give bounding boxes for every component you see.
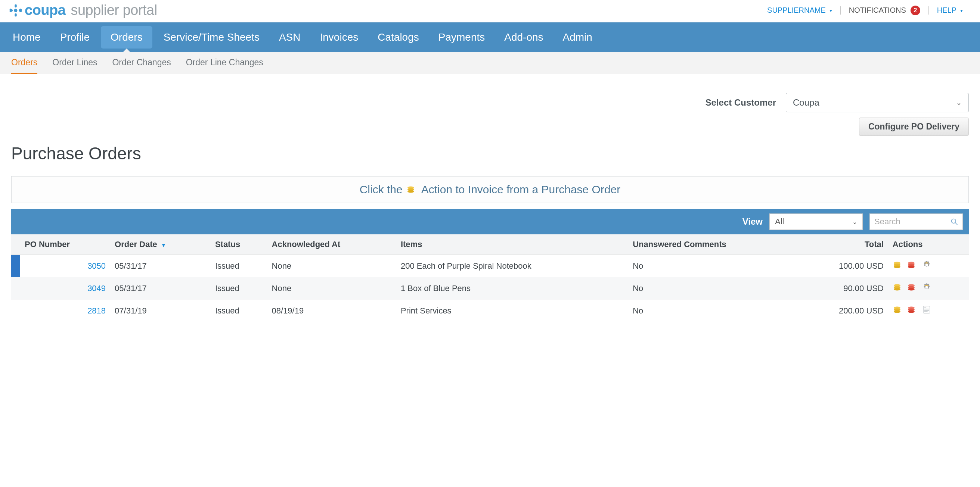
nav-asn[interactable]: ASN [269,22,310,52]
cell-items: 1 Box of Blue Pens [396,277,628,300]
search-box[interactable] [869,213,963,230]
coupa-logo-icon [9,4,22,17]
svg-rect-2 [14,13,16,16]
view-select[interactable]: All ⌄ [769,213,863,230]
cell-items: Print Services [396,300,628,322]
cell-ack: None [267,277,396,300]
svg-point-26 [908,288,915,291]
subnav-order-changes[interactable]: Order Changes [112,57,171,74]
notifications-badge: 2 [910,6,920,15]
cell-ack: 08/19/19 [267,300,396,322]
actions-cell [892,282,964,294]
col-items[interactable]: Items [396,234,628,255]
col-total[interactable]: Total [799,234,888,255]
search-icon [950,217,958,226]
po-table: PO Number Order Date ▼ Status Acknowledg… [11,234,969,322]
invoice-hint-banner: Click the Action to Invoice from a Purch… [11,176,969,203]
col-unanswered[interactable]: Unanswered Comments [628,234,799,255]
svg-point-33 [908,311,915,313]
nav-profile[interactable]: Profile [51,22,99,52]
subnav-order-lines[interactable]: Order Lines [52,57,97,74]
col-ack[interactable]: Acknowledged At [267,234,396,255]
nav-payments[interactable]: Payments [429,22,495,52]
cell-items: 200 Each of Purple Spiral Notebook [396,255,628,278]
help-menu[interactable]: HELP ▾ [929,6,971,14]
gear-icon[interactable] [921,260,932,272]
svg-rect-35 [924,308,926,308]
col-order-date-label: Order Date [115,240,157,249]
po-number-link[interactable]: 2818 [88,306,106,315]
coins-gold-icon [406,185,418,194]
gear-icon[interactable] [921,282,932,294]
banner-post: Action to Invoice from a Purchase Order [421,183,621,196]
customer-select[interactable]: Coupa ⌄ [786,93,969,112]
col-status[interactable]: Status [211,234,267,255]
supplier-label: SUPPLIERNAME [767,6,826,14]
chevron-down-icon: ⌄ [956,98,962,107]
table-toolbar: View All ⌄ [11,209,969,234]
sort-desc-icon: ▼ [161,242,166,248]
brand-subtitle: supplier portal [71,2,157,18]
svg-point-16 [894,266,900,268]
actions-cell [892,305,964,317]
config-row: Configure PO Delivery [11,117,969,136]
customer-select-value: Coupa [793,97,819,108]
create-invoice-icon[interactable] [892,282,904,294]
cell-total: 90.00 USD [799,277,888,300]
create-credit-note-icon[interactable] [907,305,918,317]
col-po-number[interactable]: PO Number [20,234,110,255]
col-order-date[interactable]: Order Date ▼ [110,234,211,255]
configure-po-delivery-button[interactable]: Configure PO Delivery [859,117,969,136]
svg-point-30 [894,311,900,313]
cell-unanswered: No [628,277,799,300]
svg-rect-1 [14,4,16,7]
svg-point-20 [925,264,928,267]
nav-admin[interactable]: Admin [553,22,602,52]
po-number-link[interactable]: 3050 [88,261,106,271]
nav-addons[interactable]: Add-ons [495,22,553,52]
page-title: Purchase Orders [11,143,969,163]
svg-line-13 [955,223,957,225]
nav-service-time-sheets[interactable]: Service/Time Sheets [154,22,269,52]
svg-rect-36 [924,309,929,309]
table-row: 304905/31/17IssuedNone1 Box of Blue Pens… [11,277,969,300]
svg-point-0 [14,9,18,12]
banner-pre: Click the [360,183,402,196]
row-marker-col [11,234,20,255]
svg-rect-37 [924,310,929,311]
brand-name: coupa [25,2,65,18]
nav-invoices[interactable]: Invoices [310,22,368,52]
chevron-down-icon: ▾ [829,8,832,13]
table-header-row: PO Number Order Date ▼ Status Acknowledg… [11,234,969,255]
row-marker [11,277,20,300]
document-icon[interactable] [921,305,932,317]
cell-status: Issued [211,255,267,278]
subnav-orders[interactable]: Orders [11,57,37,74]
subnav-order-line-changes[interactable]: Order Line Changes [186,57,263,74]
nav-orders[interactable]: Orders [101,26,153,49]
cell-total: 100.00 USD [799,255,888,278]
supplier-menu[interactable]: SUPPLIERNAME ▾ [759,6,840,14]
brand-block: coupa supplier portal [9,2,157,18]
search-input[interactable] [874,217,950,227]
table-row: 281807/31/19Issued08/19/19Print Services… [11,300,969,322]
create-invoice-icon[interactable] [892,260,904,272]
create-credit-note-icon[interactable] [907,260,918,272]
cell-status: Issued [211,300,267,322]
po-number-link[interactable]: 3049 [88,284,106,293]
customer-row: Select Customer Coupa ⌄ [11,93,969,112]
nav-catalogs[interactable]: Catalogs [368,22,429,52]
row-marker [11,255,20,278]
notifications-link[interactable]: NOTIFICATIONS 2 [841,6,929,15]
create-invoice-icon[interactable] [892,305,904,317]
cell-unanswered: No [628,300,799,322]
top-links: SUPPLIERNAME ▾ NOTIFICATIONS 2 HELP ▾ [759,6,971,15]
main-nav: Home Profile Orders Service/Time Sheets … [0,22,980,52]
topbar: coupa supplier portal SUPPLIERNAME ▾ NOT… [0,0,980,22]
cell-unanswered: No [628,255,799,278]
chevron-down-icon: ⌄ [852,218,857,225]
create-credit-note-icon[interactable] [907,282,918,294]
help-label: HELP [937,6,956,14]
svg-point-23 [894,288,900,291]
nav-home[interactable]: Home [3,22,51,52]
